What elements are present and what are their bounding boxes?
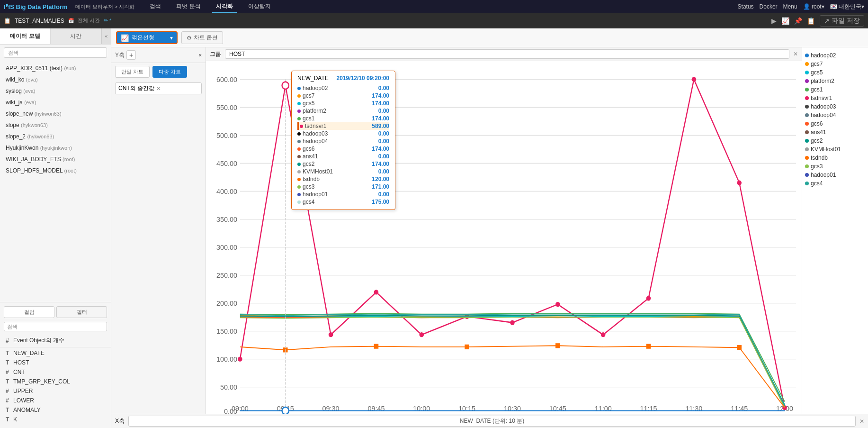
list-item[interactable]: wiki_ko (eva)	[0, 74, 111, 85]
svg-text:350.00: 350.00	[216, 215, 237, 223]
legend-item: gcs2	[805, 137, 865, 145]
sidebar-search-container	[0, 45, 111, 61]
legend-item: gcs7	[805, 60, 865, 68]
list-item[interactable]: APP_XDR_0511 (test) (sun)	[0, 63, 111, 74]
field-item[interactable]: T ANOMALY	[0, 405, 111, 415]
svg-text:400.00: 400.00	[216, 187, 237, 195]
field-item[interactable]: # LOWER	[0, 396, 111, 405]
dot	[646, 296, 651, 301]
nav-item-search[interactable]: 검색	[146, 0, 165, 13]
field-item[interactable]: # Event Object의 개수	[0, 335, 111, 346]
field-item[interactable]: # CNT	[0, 367, 111, 377]
dot	[692, 77, 697, 82]
list-item[interactable]: slope_new (hykwon63)	[0, 108, 111, 119]
multi-chart-button[interactable]: 다중 차트	[152, 66, 187, 78]
group-close-btn[interactable]: ✕	[793, 51, 798, 57]
sidebar-collapse-btn[interactable]: «	[101, 28, 111, 44]
line-chart-icon: 📈	[121, 34, 129, 42]
tooltip-date-label: NEW_DATE	[297, 75, 329, 82]
list-item[interactable]: WIKI_JA_BODY_FTS (root)	[0, 154, 111, 165]
legend-item: hadoop03	[805, 102, 865, 111]
nav-item-pivot[interactable]: 피벗 분석	[172, 0, 204, 13]
chart-svg-container: 그룹 ✕	[206, 47, 802, 414]
sidebar-tab-time[interactable]: 시간	[51, 28, 101, 44]
svg-text:550.00: 550.00	[216, 103, 237, 111]
chart-toolbar: 📈 꺾은선형 ▾ ⚙ 차트 옵션	[111, 28, 868, 47]
chart-type-select[interactable]: 📈 꺾은선형 ▾	[116, 31, 178, 44]
sidebar-tab-data-model[interactable]: 데이터 모델	[0, 28, 51, 44]
chart-icon[interactable]: 📈	[781, 17, 789, 25]
nav-items: 검색 피벗 분석 시각화 이상탐지	[146, 0, 274, 13]
dot	[555, 302, 560, 307]
field-item[interactable]: T NEW_DATE	[0, 348, 111, 358]
tooltip-row: gcs6174.00	[297, 145, 389, 153]
file-save-button[interactable]: ↗ 파일 저장	[820, 15, 864, 27]
single-chart-button[interactable]: 단일 차트	[115, 66, 150, 78]
tooltip-row: KVMHost010.00	[297, 168, 389, 175]
tab-name[interactable]: TEST_ANLMALIES	[15, 18, 64, 24]
field-separator	[0, 347, 111, 347]
list-item[interactable]: wiki_ja (eva)	[0, 97, 111, 108]
y-axis-collapse-btn[interactable]: «	[198, 52, 202, 58]
legend-item: hadoop04	[805, 111, 865, 119]
tab-time[interactable]: 전체 시간	[78, 17, 100, 24]
field-item[interactable]: T TMP_GRP_KEY_COL	[0, 377, 111, 386]
sidebar-tab-columns[interactable]: 컬럼	[4, 306, 54, 318]
x-axis-close-btn[interactable]: ✕	[859, 418, 864, 425]
list-item[interactable]: HyukjinKwon (hyukjinkwon)	[0, 142, 111, 154]
list-item[interactable]: syslog (eva)	[0, 85, 111, 97]
list-item[interactable]: slope (hykwon63)	[0, 119, 111, 131]
chart-tooltip: NEW_DATE 2019/12/10 09:20:00 hadoop020.0…	[291, 71, 395, 210]
docker-link[interactable]: Docker	[760, 3, 778, 10]
x-axis-value: NEW_DATE (단위: 10 분)	[128, 416, 856, 427]
play-icon[interactable]: ▶	[771, 17, 777, 25]
pin-icon[interactable]: 📌	[794, 17, 802, 25]
sidebar-fields: # Event Object의 개수 T NEW_DATE T HOST # C…	[0, 333, 111, 426]
top-nav: IᴿIS Big Data Platform 데이터 브라우저 > 시각화 검색…	[0, 0, 868, 13]
list-item[interactable]: SLOP_HDFS_MODEL (root)	[0, 165, 111, 176]
legend-item: tsdnsvr1	[805, 94, 865, 102]
sidebar-section: 컬럼 필터 # Event Object의 개수 T NEW_DATE T HO…	[0, 302, 111, 428]
nav-item-anomaly[interactable]: 이상탐지	[244, 0, 275, 13]
measure-tag: CNT의 중간값 ✕	[115, 82, 202, 94]
second-bar: 📋 TEST_ANLMALIES 📅 전체 시간 ✏ * ▶ 📈 📌 📋 ↗ 파…	[0, 13, 868, 28]
y-axis-add-button[interactable]: +	[126, 50, 136, 60]
svg-text:200.00: 200.00	[216, 299, 237, 307]
x-axis-label-text: X축	[115, 417, 125, 425]
tooltip-row: hadoop030.00	[297, 130, 389, 137]
tooltip-row: hadoop020.00	[297, 84, 389, 92]
sidebar-tab-filter[interactable]: 필터	[56, 306, 107, 318]
copy-icon[interactable]: 📋	[807, 17, 815, 25]
field-item[interactable]: # UPPER	[0, 386, 111, 396]
sidebar-tabs: 데이터 모델 시간 «	[0, 28, 111, 45]
legend-item: gcs5	[805, 68, 865, 77]
chart-options-button[interactable]: ⚙ 차트 옵션	[181, 31, 223, 44]
user-menu[interactable]: 👤 root▾	[803, 3, 824, 10]
sidebar-search-input[interactable]	[4, 47, 107, 58]
country-menu[interactable]: 🇰🇷 대한민국▾	[830, 3, 864, 11]
line-gcs4	[240, 314, 785, 406]
field-item[interactable]: T K	[0, 415, 111, 424]
tooltip-row: tsdnsvr1589.00	[297, 122, 389, 130]
nav-item-visualize[interactable]: 시각화	[212, 0, 237, 13]
measure-tag-close-btn[interactable]: ✕	[156, 85, 161, 92]
tooltip-header: NEW_DATE 2019/12/10 09:20:00	[297, 75, 389, 82]
tooltip-row: gcs2174.00	[297, 160, 389, 168]
dot	[646, 344, 651, 348]
dot	[737, 345, 742, 350]
field-item[interactable]: T HOST	[0, 358, 111, 367]
status-link[interactable]: Status	[738, 3, 754, 10]
tooltip-row: ans410.00	[297, 153, 389, 160]
highlight-dot	[282, 82, 289, 89]
list-item[interactable]: slope_2 (hykwon63)	[0, 131, 111, 142]
dot	[374, 344, 379, 348]
chart-sub-toolbar: 단일 차트 다중 차트	[111, 63, 206, 81]
legend-item: KVMHost01	[805, 145, 865, 154]
group-label: 그룹	[210, 50, 221, 58]
sidebar-search2-input[interactable]	[4, 322, 107, 331]
menu-link[interactable]: Menu	[783, 3, 797, 10]
y-axis-label: Y축	[115, 51, 125, 59]
legend-item: gcs6	[805, 119, 865, 128]
legend-item: gcs3	[805, 162, 865, 171]
group-input[interactable]	[225, 49, 789, 59]
